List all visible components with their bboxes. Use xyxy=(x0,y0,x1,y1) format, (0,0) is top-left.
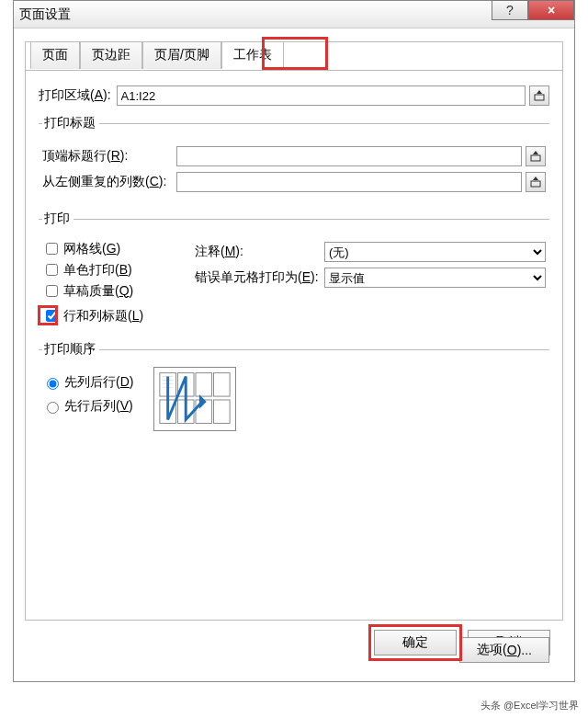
comments-select[interactable]: (无) xyxy=(324,242,546,262)
help-icon: ? xyxy=(506,3,514,17)
order-legend: 打印顺序 xyxy=(42,341,99,358)
errors-row: 错误单元格打印为(E): 显示值 xyxy=(195,268,546,288)
tabs-row: 页面 页边距 页眉/页脚 工作表 xyxy=(30,41,284,69)
over-down-label: 先行后列(V) xyxy=(64,398,133,415)
left-cols-row: 从左侧重复的列数(C): xyxy=(42,172,546,192)
svg-rect-2 xyxy=(531,181,540,187)
bw-row: 单色打印(B) xyxy=(42,261,180,279)
window-title: 页面设置 xyxy=(19,6,71,23)
draft-row: 草稿质量(Q) xyxy=(42,282,180,300)
titlebar-buttons: ? × xyxy=(492,0,574,20)
bw-checkbox[interactable] xyxy=(46,264,58,276)
print-grid: 网格线(G) 单色打印(B) xyxy=(42,236,546,328)
tab-page[interactable]: 页面 xyxy=(30,41,80,69)
tab-sheet[interactable]: 工作表 xyxy=(221,41,284,69)
bw-label: 单色打印(B) xyxy=(63,262,132,279)
collapse-dialog-icon xyxy=(530,177,541,188)
comments-label: 注释(M): xyxy=(195,244,319,260)
gridlines-label: 网格线(G) xyxy=(63,241,120,257)
order-body: 先列后行(D) 先行后列(V) xyxy=(42,367,546,431)
gridlines-checkbox[interactable] xyxy=(46,243,58,255)
print-area-row: 打印区域(A): xyxy=(39,85,549,106)
order-radios: 先列后行(D) 先行后列(V) xyxy=(42,367,139,422)
print-checkboxes: 网格线(G) 单色打印(B) xyxy=(42,236,180,328)
svg-rect-10 xyxy=(214,400,231,423)
print-area-range-button[interactable] xyxy=(529,85,549,106)
top-rows-label: 顶端标题行(R): xyxy=(42,148,171,165)
print-legend: 打印 xyxy=(42,211,74,227)
print-selects: 注释(M): (无) 错误单元格打印为(E): xyxy=(195,236,546,328)
svg-rect-1 xyxy=(531,155,540,161)
rowcol-headings-row: 行和列标题(L) xyxy=(42,307,149,325)
left-cols-label: 从左侧重复的列数(C): xyxy=(42,174,171,190)
top-rows-row: 顶端标题行(R): xyxy=(42,146,546,166)
rowcol-headings-label: 行和列标题(L) xyxy=(63,308,143,325)
print-titles-fieldset: 打印标题 顶端标题行(R): 从左侧重复的列数(C): xyxy=(39,115,549,201)
comments-row: 注释(M): (无) xyxy=(195,242,546,262)
top-rows-input[interactable] xyxy=(176,146,522,166)
close-button[interactable]: × xyxy=(528,0,574,20)
ok-button[interactable]: 确定 xyxy=(374,630,457,655)
tab-margins[interactable]: 页边距 xyxy=(80,41,142,69)
watermark: 头条 @Excel学习世界 xyxy=(481,699,579,712)
tab-body: 打印区域(A): 打印标题 顶端标题行(R): xyxy=(26,70,562,620)
collapse-dialog-icon xyxy=(530,151,541,162)
collapse-dialog-icon xyxy=(534,90,545,101)
svg-rect-0 xyxy=(535,95,544,100)
titlebar: 页面设置 ? × xyxy=(14,1,574,28)
draft-label: 草稿质量(Q) xyxy=(63,283,133,300)
left-cols-range-button[interactable] xyxy=(526,172,546,192)
tab-headerfooter[interactable]: 页眉/页脚 xyxy=(142,41,221,69)
top-rows-range-button[interactable] xyxy=(526,146,546,166)
print-titles-legend: 打印标题 xyxy=(42,115,99,131)
gridlines-row: 网格线(G) xyxy=(42,240,180,257)
errors-select[interactable]: 显示值 xyxy=(324,268,546,288)
print-fieldset: 打印 网格线(G) xyxy=(39,211,549,332)
svg-rect-6 xyxy=(214,373,231,396)
page-order-icon xyxy=(153,367,236,431)
dialog-window: 页面设置 ? × 页面 页边距 页眉/页脚 工作表 打印区域(A): xyxy=(13,0,575,682)
print-area-input[interactable] xyxy=(117,85,526,106)
print-area-label: 打印区域(A): xyxy=(39,87,111,104)
svg-rect-5 xyxy=(196,373,212,396)
down-over-label: 先列后行(D) xyxy=(64,374,133,391)
dialog-content: 页面 页边距 页眉/页脚 工作表 打印区域(A): 打印标题 xyxy=(14,28,574,681)
left-cols-input[interactable] xyxy=(176,172,522,192)
errors-label: 错误单元格打印为(E): xyxy=(195,269,319,286)
close-icon: × xyxy=(548,3,555,17)
rowcol-headings-checkbox[interactable] xyxy=(46,310,58,322)
options-row: 选项(O)... xyxy=(39,637,549,663)
tabs-container: 页面 页边距 页眉/页脚 工作表 打印区域(A): 打印标题 xyxy=(25,41,563,621)
down-over-row: 先列后行(D) xyxy=(42,374,139,391)
over-down-row: 先行后列(V) xyxy=(42,398,139,415)
help-button[interactable]: ? xyxy=(492,0,528,20)
order-fieldset: 打印顺序 先列后行(D) xyxy=(39,341,549,435)
options-button[interactable]: 选项(O)... xyxy=(459,637,549,663)
down-over-radio[interactable] xyxy=(47,378,59,390)
over-down-radio[interactable] xyxy=(47,402,59,414)
draft-checkbox[interactable] xyxy=(46,285,58,297)
